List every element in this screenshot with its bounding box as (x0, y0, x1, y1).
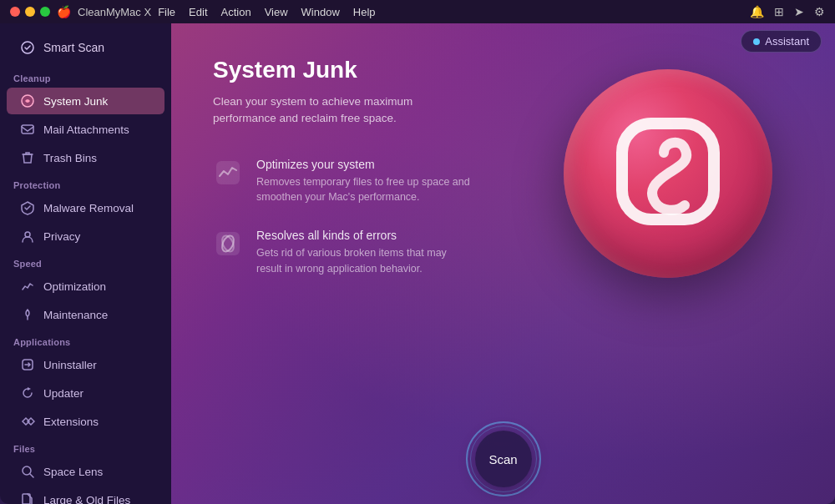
feature-item-2: Resolves all kinds of errors Gets rid of… (213, 229, 514, 277)
sidebar-item-trash-bins[interactable]: Trash Bins (7, 144, 164, 171)
menu-bar: File Edit Action View Window Help (158, 6, 375, 18)
menu-edit[interactable]: Edit (189, 6, 207, 18)
traffic-lights (10, 7, 50, 17)
sidebar-item-updater[interactable]: Updater (7, 380, 164, 406)
menu-view[interactable]: View (265, 6, 288, 18)
scan-label: Scan (488, 452, 517, 466)
feature-desc-2: Gets rid of various broken items that ma… (256, 245, 473, 277)
sidebar-item-extensions[interactable]: Extensions (7, 408, 164, 435)
app-name: CleanMyMac X (78, 6, 151, 18)
sidebar: Smart Scan Cleanup System Junk Mail Atta… (0, 23, 171, 504)
apple-icon: 🍎 (57, 5, 71, 18)
feature-item-1: Optimizes your system Removes temporary … (213, 158, 514, 206)
notification-icon[interactable]: 🔔 (750, 5, 764, 18)
assistant-label: Assistant (765, 35, 809, 48)
space-lens-label: Space Lens (43, 466, 103, 478)
maximize-button[interactable] (40, 7, 50, 17)
updater-icon (20, 386, 35, 401)
trash-icon (20, 150, 35, 165)
main-content: Assistant System Junk Clean your system … (171, 23, 835, 504)
menu-help[interactable]: Help (353, 6, 376, 18)
uninstaller-label: Uninstaller (43, 359, 97, 371)
section-files: Files (0, 436, 171, 457)
maintenance-icon (20, 307, 35, 322)
content-area: System Junk Clean your system to achieve… (171, 23, 835, 414)
svg-rect-8 (216, 161, 240, 184)
hero-image (551, 40, 785, 307)
assistant-button[interactable]: Assistant (741, 30, 822, 53)
sidebar-item-mail-attachments[interactable]: Mail Attachments (7, 116, 164, 143)
feature-text-1: Optimizes your system Removes temporary … (256, 158, 473, 206)
scan-button[interactable]: Scan (475, 431, 532, 487)
minimize-button[interactable] (25, 7, 35, 17)
large-files-icon (20, 492, 35, 504)
sidebar-item-system-junk[interactable]: System Junk (7, 88, 164, 114)
feature-text-2: Resolves all kinds of errors Gets rid of… (256, 229, 473, 277)
uninstaller-icon (20, 357, 35, 372)
sidebar-item-large-old-files[interactable]: Large & Old Files (7, 486, 164, 504)
trash-bins-label: Trash Bins (43, 152, 97, 164)
titlebar-right: 🔔 ⊞ ➤ ⚙ (750, 5, 825, 18)
mail-attachments-label: Mail Attachments (43, 123, 129, 136)
sidebar-item-space-lens[interactable]: Space Lens (7, 458, 164, 485)
feature-desc-1: Removes temporary files to free up space… (256, 174, 473, 206)
optimization-label: Optimization (43, 280, 106, 293)
optimization-icon (20, 279, 35, 294)
scan-button-container: Scan (475, 431, 532, 487)
sidebar-item-uninstaller[interactable]: Uninstaller (7, 351, 164, 378)
space-lens-icon (20, 464, 35, 479)
svg-rect-2 (22, 125, 33, 134)
hero-sphere (564, 69, 772, 278)
extensions-label: Extensions (43, 416, 99, 428)
extensions-icon (20, 414, 35, 429)
system-junk-label: System Junk (43, 95, 108, 108)
hero-logo-svg (601, 107, 735, 240)
menu-file[interactable]: File (158, 6, 175, 18)
sidebar-item-maintenance[interactable]: Maintenance (7, 301, 164, 328)
smart-scan-label: Smart Scan (43, 41, 104, 54)
malware-icon (20, 200, 35, 215)
feature-icon-optimizes (213, 158, 243, 188)
svg-point-3 (25, 232, 30, 237)
section-cleanup: Cleanup (0, 65, 171, 87)
section-speed: Speed (0, 250, 171, 272)
share-icon[interactable]: ➤ (794, 5, 804, 18)
page-title: System Junk (213, 57, 514, 83)
sidebar-item-smart-scan[interactable]: Smart Scan (7, 32, 164, 63)
smart-scan-icon (20, 40, 35, 55)
grid-icon[interactable]: ⊞ (774, 5, 784, 18)
sidebar-item-malware-removal[interactable]: Malware Removal (7, 194, 164, 221)
section-applications: Applications (0, 329, 171, 350)
maintenance-label: Maintenance (43, 309, 108, 321)
privacy-icon (20, 229, 35, 244)
settings-icon[interactable]: ⚙ (814, 5, 825, 18)
titlebar-left: 🍎 CleanMyMac X File Edit Action View Win… (10, 5, 376, 18)
updater-label: Updater (43, 387, 84, 400)
feature-icon-errors (213, 229, 243, 259)
malware-removal-label: Malware Removal (43, 202, 134, 214)
close-button[interactable] (10, 7, 20, 17)
privacy-label: Privacy (43, 230, 80, 243)
feature-title-2: Resolves all kinds of errors (256, 229, 473, 242)
menu-window[interactable]: Window (301, 6, 340, 18)
mail-icon (20, 122, 35, 137)
system-junk-icon (20, 93, 35, 108)
content-text: System Junk Clean your system to achieve… (213, 57, 514, 397)
sidebar-item-optimization[interactable]: Optimization (7, 273, 164, 300)
page-description: Clean your system to achieve maximum per… (213, 93, 463, 128)
app-container: Smart Scan Cleanup System Junk Mail Atta… (0, 23, 835, 504)
feature-title-1: Optimizes your system (256, 158, 473, 171)
titlebar: 🍎 CleanMyMac X File Edit Action View Win… (0, 0, 835, 23)
section-protection: Protection (0, 172, 171, 194)
menu-action[interactable]: Action (221, 6, 251, 18)
assistant-dot (753, 38, 760, 45)
large-old-files-label: Large & Old Files (43, 494, 130, 505)
bottom-area: Scan (171, 414, 835, 504)
sidebar-item-privacy[interactable]: Privacy (7, 223, 164, 249)
